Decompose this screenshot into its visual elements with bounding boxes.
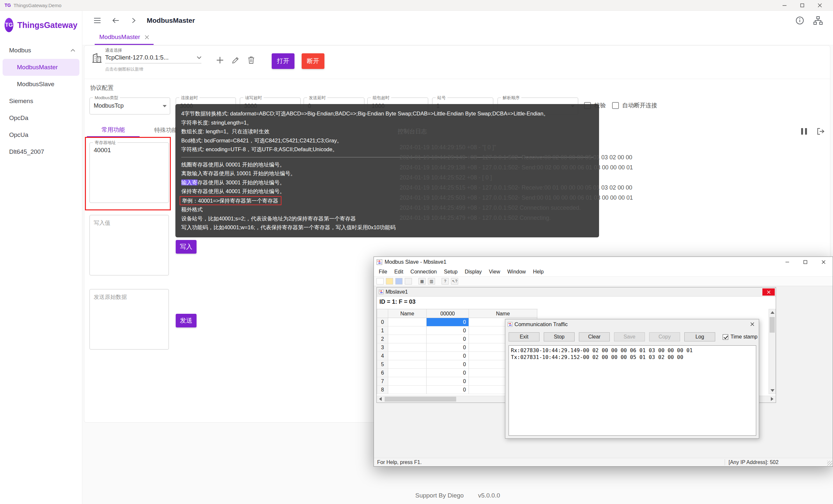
write-button[interactable]: 写入 xyxy=(176,240,196,254)
console-line: 2024-01-19 10:44:29:150 +08 - "[ 0 ]" xyxy=(400,143,633,152)
slave-titlebar[interactable]: Modbus Slave - Mbslave1 xyxy=(374,257,833,267)
clear-button[interactable]: Clear xyxy=(579,332,610,342)
building-icon xyxy=(91,53,102,64)
scroll-down-arrow[interactable] xyxy=(770,389,775,392)
slave-maximize-button[interactable] xyxy=(796,257,814,267)
window-maximize-button[interactable] xyxy=(793,0,811,10)
send-delay-label: 发送延时 xyxy=(307,95,327,101)
traffic-titlebar[interactable]: Communication Traffic xyxy=(505,319,759,329)
scroll-right-arrow[interactable] xyxy=(771,397,774,401)
write-value-field[interactable]: 写入值 xyxy=(90,215,169,275)
scroll-thumb[interactable] xyxy=(769,317,775,333)
save-icon[interactable] xyxy=(395,278,403,284)
station-label: 站号 xyxy=(436,95,447,101)
sidebar-group-modbus[interactable]: Modbus xyxy=(3,42,79,59)
scroll-up-arrow[interactable] xyxy=(770,311,775,314)
slave-minimize-button[interactable] xyxy=(778,257,796,267)
menu-help[interactable]: Help xyxy=(529,269,547,275)
open-file-icon[interactable] xyxy=(386,278,393,284)
tab-modbusmaster[interactable]: ModbusMaster xyxy=(95,30,153,45)
back-arrow-icon[interactable] xyxy=(109,14,122,27)
selected-cell[interactable]: 0 xyxy=(427,318,469,326)
log-button[interactable]: Log xyxy=(684,332,715,342)
stop-button[interactable]: Stop xyxy=(544,332,575,342)
grid-col-name: Name xyxy=(388,309,427,318)
menu-window[interactable]: Window xyxy=(504,269,529,275)
traffic-close-icon[interactable] xyxy=(746,319,759,329)
menu-view[interactable]: View xyxy=(485,269,504,275)
scroll-thumb[interactable] xyxy=(385,397,456,402)
app-titlebar: TG ThingsGateway.Demo xyxy=(0,0,833,11)
console-title: 控制台日志 xyxy=(398,127,427,135)
add-channel-button[interactable] xyxy=(214,54,226,66)
menu-file[interactable]: File xyxy=(375,269,391,275)
new-file-icon[interactable] xyxy=(377,278,384,284)
hamburger-menu-icon[interactable] xyxy=(91,14,104,27)
sidebar-item-modbusmaster[interactable]: ModbusMaster xyxy=(3,59,79,76)
main-header: ModbusMaster xyxy=(82,11,833,30)
modbus-type-select[interactable]: Modbus类型 ModbusTcp xyxy=(90,98,170,115)
status-help-text: For Help, press F1. xyxy=(374,459,422,465)
traffic-buttons: Exit Stop Clear Save Copy Log Time stamp xyxy=(508,332,758,342)
slave-menubar: File Edit Connection Setup Display View … xyxy=(374,267,833,276)
auto-disconnect-checkbox[interactable] xyxy=(612,102,619,109)
sidebar-item-dlt645[interactable]: Dlt645_2007 xyxy=(3,143,79,160)
raw-data-field[interactable]: 发送原始数据 xyxy=(90,289,169,350)
scroll-left-arrow[interactable] xyxy=(379,397,382,401)
window-minimize-button[interactable] xyxy=(776,0,793,10)
resize-grip[interactable] xyxy=(827,461,832,465)
menu-connection[interactable]: Connection xyxy=(407,269,440,275)
mbslave1-titlebar[interactable]: Mbslave1 xyxy=(377,287,776,297)
traffic-list[interactable]: Rx:027830-10:44:29.149-00 02 00 00 00 06… xyxy=(508,345,756,436)
copy-button[interactable]: Copy xyxy=(649,332,680,342)
menu-edit[interactable]: Edit xyxy=(391,269,407,275)
save-button[interactable]: Save xyxy=(614,332,645,342)
pause-icon[interactable] xyxy=(801,128,807,135)
sidebar-item-siemens[interactable]: Siemens xyxy=(3,93,79,109)
console-line: 2024-01-19 10:44:29:138 +08 - 127.0.0.1:… xyxy=(400,162,633,173)
exit-button[interactable]: Exit xyxy=(508,332,540,342)
display-setup-icon[interactable]: ▦ xyxy=(419,278,426,284)
menu-setup[interactable]: Setup xyxy=(440,269,461,275)
sidebar-item-opcua[interactable]: OpcUa xyxy=(3,126,79,143)
open-button[interactable]: 打开 xyxy=(272,53,294,69)
info-icon[interactable] xyxy=(793,14,806,27)
tab-common-functions[interactable]: 常用功能 xyxy=(87,123,140,137)
mbslave1-close-button[interactable] xyxy=(762,288,775,296)
traffic-dialog-title: Communication Traffic xyxy=(515,321,568,327)
protocol-section-title: 协议配置 xyxy=(90,84,114,92)
chevron-right-icon[interactable] xyxy=(127,14,140,27)
menu-display[interactable]: Display xyxy=(461,269,485,275)
sidebar-item-modbusslave[interactable]: ModbusSlave xyxy=(3,76,79,93)
channel-select[interactable]: TcpClient-127.0.0.1:5... xyxy=(105,54,201,64)
export-log-icon[interactable] xyxy=(817,127,825,135)
frame-timeout-label: 组包超时 xyxy=(371,95,391,101)
delete-channel-button[interactable] xyxy=(245,54,257,66)
brand: TG ThingsGateway xyxy=(0,11,82,41)
console-line: 2024-01-19 10:44:25:479 +08 - 127.0.0.1:… xyxy=(400,213,633,223)
send-button[interactable]: 发送 xyxy=(176,314,196,327)
chevron-up-icon xyxy=(70,49,75,52)
slave-toolbar: ▦ ▥ ? ↖? xyxy=(374,276,833,286)
sidebar-item-opcda[interactable]: OpcDa xyxy=(3,109,79,126)
print-icon[interactable] xyxy=(405,278,412,284)
display-bars-icon[interactable]: ▥ xyxy=(428,278,435,284)
window-close-button[interactable] xyxy=(811,0,829,10)
help-icon[interactable]: ? xyxy=(442,278,449,284)
tab-close-icon[interactable] xyxy=(145,35,149,39)
sitemap-icon[interactable] xyxy=(811,14,825,27)
slave-close-button[interactable] xyxy=(814,257,833,267)
console-line: 2024-01-19 10:44:25:515 +08 - 127.0.0.1:… xyxy=(400,183,633,193)
edit-channel-button[interactable] xyxy=(230,54,242,66)
mdi-client-area: Mbslave1 ID = 1: F = 03 Name 00000 Name … xyxy=(374,286,833,458)
console-line: 2024-01-19 10:44:29:149 +08 - 127.0.0.1:… xyxy=(400,152,633,162)
vertical-scrollbar[interactable] xyxy=(768,309,776,394)
timestamp-checkbox[interactable] xyxy=(723,334,728,340)
context-help-icon[interactable]: ↖? xyxy=(451,278,458,284)
disconnect-button[interactable]: 断开 xyxy=(302,53,325,69)
footer-credit: Support By Diego xyxy=(415,492,464,499)
chevron-down-icon xyxy=(197,56,201,59)
selected-text: 输入寄 xyxy=(181,179,197,185)
tooltip-line-rest: 存器使用从 30001 开始的地址编号。 xyxy=(197,179,285,185)
footer-version: v5.0.0.0 xyxy=(478,492,500,499)
